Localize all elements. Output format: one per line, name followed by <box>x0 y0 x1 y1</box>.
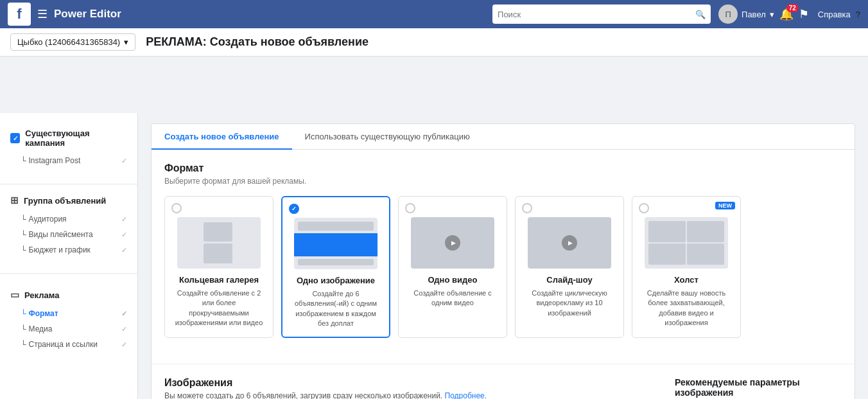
tree-connector-icon: └ <box>21 309 26 318</box>
notifications-icon-wrap[interactable]: 🔔 72 <box>779 7 794 21</box>
notification-badge: 72 <box>786 4 799 12</box>
instagram-post-item[interactable]: └ Instagram Post ✓ <box>0 153 137 168</box>
page-links-label: Страница и ссылки <box>29 340 98 349</box>
chevron-down-icon: ▾ <box>124 37 128 47</box>
topnav: f ☰ Power Editor 🔍 П Павел ▾ 🔔 72 ⚑ Спра… <box>0 0 868 28</box>
tree-connector-icon: └ <box>21 156 26 165</box>
tree-connector-icon: └ <box>21 324 26 333</box>
rec-title: Рекомендуемые параметры изображения <box>675 377 842 398</box>
format-name-single-video: Одно видео <box>428 275 478 285</box>
format-card-single-image[interactable]: Одно изображение Создайте до 6 объявлени… <box>281 196 390 338</box>
instagram-post-label: Instagram Post <box>29 156 81 165</box>
format-section-title: Формат <box>164 163 842 174</box>
ad-groups-heading: ⊞ Группа объявлений <box>0 190 137 211</box>
format-desc-carousel: Создайте объявление с 2 или более прокру… <box>173 288 265 328</box>
images-section: Изображения Вы можете создать до 6 объяв… <box>152 364 855 399</box>
ads-label: Реклама <box>24 290 59 300</box>
images-title: Изображения <box>164 377 662 389</box>
play-icon <box>562 235 577 251</box>
campaign-item[interactable]: ✓ Существующая кампания <box>0 123 137 153</box>
page-title: РЕКЛАМА: Создать новое объявление <box>146 35 369 49</box>
account-label: Цыбко (124066431365834) <box>17 37 120 47</box>
format-card-single-video[interactable]: Одно видео Создайте объявление с одним в… <box>398 196 507 338</box>
sidebar-item-media[interactable]: └ Медиа ✓ <box>0 321 137 337</box>
format-radio-slideshow <box>522 203 532 213</box>
format-preview-carousel <box>177 217 261 269</box>
format-preview-single-image <box>294 218 378 269</box>
sidebar-item-budget[interactable]: └ Бюджет и график ✓ <box>0 242 137 258</box>
search-icon: 🔍 <box>695 10 706 19</box>
tabs-bar: Создать новое объявление Использовать су… <box>152 124 855 150</box>
campaign-checkbox: ✓ <box>10 133 20 143</box>
format-name-carousel: Кольцевая галерея <box>179 275 259 285</box>
nav-user[interactable]: П Павел ▾ <box>718 4 774 24</box>
content-card: Создать новое объявление Использовать су… <box>151 123 855 399</box>
flag-icon[interactable]: ⚑ <box>799 7 809 21</box>
check-icon: ✓ <box>121 231 127 239</box>
nav-right: П Павел ▾ 🔔 72 ⚑ Справка ? <box>718 4 860 24</box>
ad-groups-section: ⊞ Группа объявлений └ Аудитория ✓ └ Виды… <box>0 190 137 258</box>
sidebar-item-placement[interactable]: └ Виды плейсмента ✓ <box>0 227 137 242</box>
format-card-carousel[interactable]: Кольцевая галерея Создайте объявление с … <box>164 196 273 338</box>
avatar: П <box>718 4 738 24</box>
ad-groups-label: Группа объявлений <box>24 196 106 206</box>
audience-label: Аудитория <box>29 215 67 224</box>
play-icon <box>445 235 460 251</box>
format-preview-canvas <box>645 217 728 269</box>
sidebar-item-page-links[interactable]: └ Страница и ссылки ✓ <box>0 337 137 352</box>
account-selector[interactable]: Цыбко (124066431365834) ▾ <box>10 33 135 51</box>
format-preview-single-video <box>411 217 494 269</box>
user-name: Павел <box>742 10 766 19</box>
format-desc-slideshow: Создайте циклическую видеорекламу из 10 … <box>523 288 616 318</box>
check-icon: ✓ <box>121 325 127 333</box>
help-icon: ? <box>856 10 860 19</box>
main-layout: ✓ Существующая кампания └ Instagram Post… <box>0 113 868 399</box>
format-card-slideshow[interactable]: Слайд-шоу Создайте циклическую видеорекл… <box>515 196 624 338</box>
format-radio-carousel <box>171 203 182 213</box>
images-desc-text: Вы можете создать до 6 объявлений, загру… <box>164 391 442 399</box>
tree-connector-icon: └ <box>21 340 26 349</box>
check-icon: ✓ <box>121 246 127 254</box>
ads-section: ▭ Реклама └ Формат ✓ └ Медиа ✓ └ Страниц… <box>0 279 137 352</box>
check-icon: ✓ <box>121 157 127 165</box>
subheader: Цыбко (124066431365834) ▾ РЕКЛАМА: Созда… <box>0 28 868 57</box>
sidebar-item-format[interactable]: └ Формат ✓ <box>0 306 137 321</box>
format-name-canvas: Холст <box>674 275 699 285</box>
check-icon: ✓ <box>121 215 127 224</box>
search-bar[interactable]: 🔍 <box>492 4 711 24</box>
tree-connector-icon: └ <box>21 215 26 224</box>
images-right: Рекомендуемые параметры изображения Реко… <box>675 377 842 399</box>
tab-use-existing[interactable]: Использовать существующую публикацию <box>292 124 483 149</box>
menu-icon[interactable]: ☰ <box>37 7 48 21</box>
card-body: Формат Выберите формат для вашей рекламы… <box>152 150 855 351</box>
format-section-desc: Выберите формат для вашей рекламы. <box>164 177 842 186</box>
format-name-slideshow: Слайд-шоу <box>546 275 592 285</box>
format-radio-canvas <box>639 203 649 213</box>
images-desc-link[interactable]: Подробнее. <box>445 391 487 399</box>
ads-icon: ▭ <box>10 289 19 301</box>
format-radio-single-image <box>289 204 299 214</box>
ads-heading: ▭ Реклама <box>0 284 137 306</box>
divider-2 <box>0 273 137 274</box>
media-label: Медиа <box>29 324 53 333</box>
sidebar-item-audience[interactable]: └ Аудитория ✓ <box>0 211 137 227</box>
budget-label: Бюджет и график <box>29 245 91 254</box>
placement-label: Виды плейсмента <box>29 230 93 239</box>
format-desc-single-image: Создайте до 6 объявления(-ий) с одним из… <box>290 289 381 329</box>
new-badge: NEW <box>715 202 735 209</box>
format-preview-slideshow <box>528 217 611 269</box>
app-title: Power Editor <box>54 8 121 21</box>
format-desc-canvas: Сделайте вашу новость более захватывающе… <box>640 288 733 328</box>
tab-create-new[interactable]: Создать новое объявление <box>152 124 292 149</box>
format-desc-single-video: Создайте объявление с одним видео <box>406 288 499 308</box>
format-card-canvas[interactable]: NEW <box>632 196 741 338</box>
check-icon: ✓ <box>121 341 127 349</box>
search-input[interactable] <box>498 10 695 19</box>
chevron-down-icon: ▾ <box>770 10 774 19</box>
format-label: Формат <box>29 309 58 318</box>
images-left: Изображения Вы можете создать до 6 объяв… <box>164 377 662 399</box>
main-content: Создать новое объявление Использовать су… <box>138 113 868 399</box>
tree-connector-icon: └ <box>21 230 26 239</box>
grid-icon: ⊞ <box>10 195 19 206</box>
help-label[interactable]: Справка <box>818 10 851 19</box>
